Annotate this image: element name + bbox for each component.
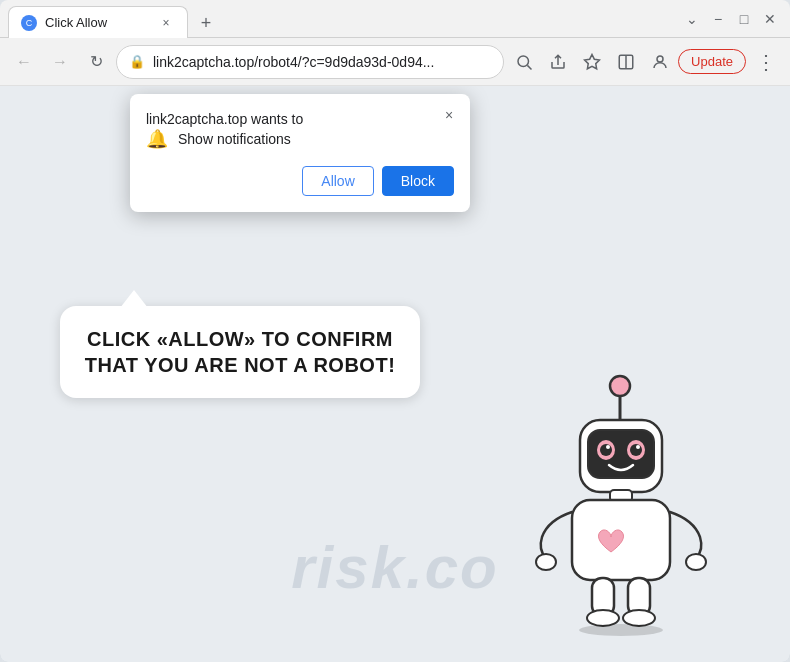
menu-button[interactable]: ⋮	[750, 46, 782, 78]
popup-close-button[interactable]: ×	[438, 104, 460, 126]
popup-action-buttons: Allow Block	[146, 166, 454, 196]
browser-window: C Click Allow × + ⌄ − □ ✕ ← → ↻ 🔒 link2c…	[0, 0, 790, 662]
svg-marker-2	[585, 54, 600, 68]
svg-point-24	[579, 624, 663, 636]
notification-popup: link2captcha.top wants to × 🔔 Show notif…	[130, 94, 470, 212]
refresh-button[interactable]: ↻	[80, 46, 112, 78]
window-minimize-button[interactable]: −	[706, 7, 730, 31]
notification-label: Show notifications	[178, 131, 291, 147]
title-bar: C Click Allow × + ⌄ − □ ✕	[0, 0, 790, 38]
svg-point-5	[657, 56, 663, 62]
update-button[interactable]: Update	[678, 49, 746, 74]
svg-point-21	[587, 610, 619, 626]
tab-title: Click Allow	[45, 15, 149, 30]
tab-close-button[interactable]: ×	[157, 14, 175, 32]
popup-title: link2captcha.top wants to	[146, 111, 303, 127]
window-collapse-button[interactable]: ⌄	[680, 7, 704, 31]
notification-row: 🔔 Show notifications	[146, 128, 454, 150]
forward-button[interactable]: →	[44, 46, 76, 78]
bell-icon: 🔔	[146, 128, 168, 150]
back-button[interactable]: ←	[8, 46, 40, 78]
svg-point-15	[636, 445, 640, 449]
share-icon-button[interactable]	[542, 46, 574, 78]
svg-point-23	[623, 610, 655, 626]
svg-point-7	[610, 376, 630, 396]
split-view-button[interactable]	[610, 46, 642, 78]
profile-icon-button[interactable]	[644, 46, 676, 78]
window-close-button[interactable]: ✕	[758, 7, 782, 31]
lock-icon: 🔒	[129, 54, 145, 69]
bubble-text: CLICK «ALLOW» TO CONFIRM THAT YOU ARE NO…	[84, 326, 396, 378]
svg-point-12	[600, 444, 612, 456]
new-tab-button[interactable]: +	[192, 9, 220, 37]
browser-toolbar: ← → ↻ 🔒 link2captcha.top/robot4/?c=9d9da…	[0, 38, 790, 86]
window-maximize-button[interactable]: □	[732, 7, 756, 31]
window-controls: ⌄ − □ ✕	[680, 7, 782, 31]
search-icon-button[interactable]	[508, 46, 540, 78]
address-bar[interactable]: 🔒 link2captcha.top/robot4/?c=9d9da93d-0d…	[116, 45, 504, 79]
svg-line-1	[527, 65, 531, 69]
allow-button[interactable]: Allow	[302, 166, 373, 196]
block-button[interactable]: Block	[382, 166, 454, 196]
robot-illustration	[510, 362, 730, 642]
speech-bubble: CLICK «ALLOW» TO CONFIRM THAT YOU ARE NO…	[60, 306, 420, 398]
bookmark-icon-button[interactable]	[576, 46, 608, 78]
active-tab[interactable]: C Click Allow ×	[8, 6, 188, 38]
tab-area: C Click Allow × +	[8, 0, 672, 37]
svg-point-19	[686, 554, 706, 570]
svg-point-13	[630, 444, 642, 456]
svg-point-18	[536, 554, 556, 570]
toolbar-icons: Update ⋮	[508, 46, 782, 78]
svg-point-0	[518, 56, 529, 67]
content-area: risk.co link2captcha.top wants to × 🔔 Sh…	[0, 86, 790, 662]
tab-favicon: C	[21, 15, 37, 31]
svg-point-14	[606, 445, 610, 449]
robot-svg	[510, 362, 730, 642]
url-text: link2captcha.top/robot4/?c=9d9da93d-0d94…	[153, 54, 491, 70]
